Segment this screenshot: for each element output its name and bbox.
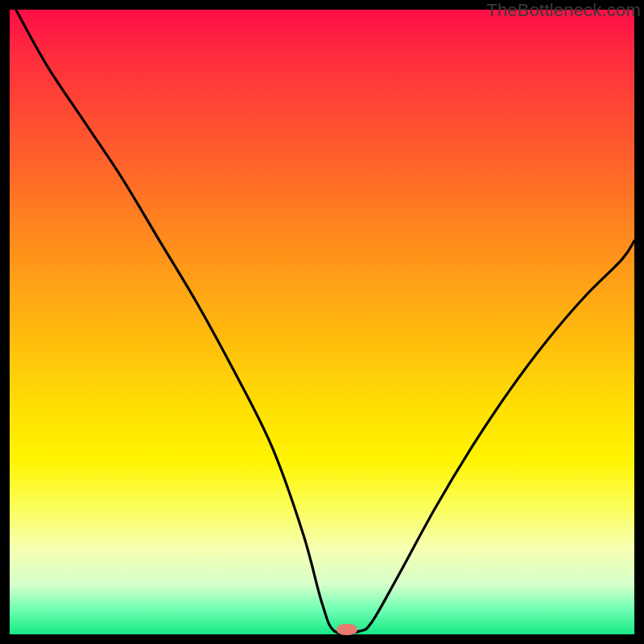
bottleneck-curve [10,10,634,634]
minimum-marker [336,624,357,635]
chart-container: TheBottleneck.com [0,0,644,644]
watermark-text: TheBottleneck.com [486,0,641,21]
plot-area [10,10,634,634]
